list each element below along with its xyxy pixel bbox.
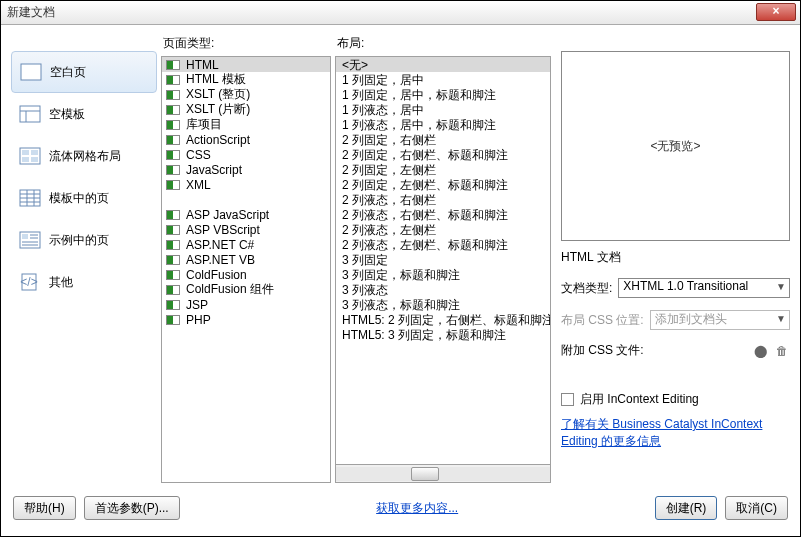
page-type-label: ASP.NET C# [186,238,254,252]
layout-item[interactable]: 1 列固定，居中，标题和脚注 [336,87,550,102]
layout-header: 布局: [335,33,551,56]
file-icon [166,315,180,325]
preview-placeholder: <无预览> [650,138,700,155]
file-icon [166,60,180,70]
page-type-item[interactable]: 库项目 [162,117,330,132]
page-type-header: 页面类型: [161,33,331,56]
page-type-item[interactable]: ASP JavaScript [162,207,330,222]
layout-item[interactable]: HTML5: 2 列固定，右侧栏、标题和脚注 [336,312,550,327]
doctype-label: 文档类型: [561,280,612,297]
trash-icon[interactable]: 🗑 [774,343,790,359]
page-type-item[interactable]: HTML 模板 [162,72,330,87]
category-item[interactable]: 模板中的页 [11,177,157,219]
more-content-link[interactable]: 获取更多内容... [376,500,458,517]
category-icon [19,147,41,165]
page-type-item[interactable]: JavaScript [162,162,330,177]
layout-list[interactable]: <无>1 列固定，居中1 列固定，居中，标题和脚注1 列液态，居中1 列液态，居… [335,56,551,465]
layout-item[interactable]: 2 列固定，左侧栏、标题和脚注 [336,177,550,192]
page-type-column: 页面类型: HTMLHTML 模板XSLT (整页)XSLT (片断)库项目Ac… [161,33,331,483]
incontext-link[interactable]: 了解有关 Business Catalyst InContext Editing… [561,416,790,450]
page-type-label: 库项目 [186,116,222,133]
page-type-list[interactable]: HTMLHTML 模板XSLT (整页)XSLT (片断)库项目ActionSc… [161,56,331,483]
page-type-item[interactable]: ASP VBScript [162,222,330,237]
page-type-item[interactable]: XSLT (片断) [162,102,330,117]
attach-css-label: 附加 CSS 文件: [561,342,644,359]
layout-item[interactable]: 2 列固定，右侧栏、标题和脚注 [336,147,550,162]
file-icon [166,300,180,310]
page-type-item[interactable]: XSLT (整页) [162,87,330,102]
layout-item[interactable]: 2 列固定，左侧栏 [336,162,550,177]
page-type-item[interactable]: ColdFusion 组件 [162,282,330,297]
svg-rect-5 [22,150,29,155]
category-list: 空白页空模板流体网格布局模板中的页示例中的页</>其他 [11,51,157,303]
category-item[interactable]: 示例中的页 [11,219,157,261]
incontext-label: 启用 InContext Editing [580,391,699,408]
close-button[interactable]: × [756,3,796,21]
layout-item[interactable]: 2 列液态，左侧栏、标题和脚注 [336,237,550,252]
create-button[interactable]: 创建(R) [655,496,718,520]
page-type-item[interactable]: JSP [162,297,330,312]
footer: 帮助(H) 首选参数(P)... 获取更多内容... 创建(R) 取消(C) [1,487,800,529]
file-icon [166,105,180,115]
layout-item[interactable]: 1 列液态，居中，标题和脚注 [336,117,550,132]
file-icon [166,150,180,160]
file-icon [166,90,180,100]
layout-item[interactable]: HTML5: 3 列固定，标题和脚注 [336,327,550,342]
page-type-item[interactable]: ASP.NET C# [162,237,330,252]
prefs-button[interactable]: 首选参数(P)... [84,496,180,520]
file-icon [166,285,180,295]
page-type-label: PHP [186,313,211,327]
category-label: 其他 [49,274,73,291]
layout-item[interactable]: 1 列固定，居中 [336,72,550,87]
category-column: 空白页空模板流体网格布局模板中的页示例中的页</>其他 [11,33,157,483]
file-icon [166,135,180,145]
layout-item[interactable]: <无> [336,57,550,72]
page-type-item[interactable]: CSS [162,147,330,162]
layout-item[interactable]: 2 列液态，右侧栏、标题和脚注 [336,207,550,222]
page-type-item[interactable]: HTML [162,57,330,72]
page-type-item[interactable]: ColdFusion [162,267,330,282]
layout-item[interactable]: 2 列液态，右侧栏 [336,192,550,207]
page-type-label: JavaScript [186,163,242,177]
category-item[interactable]: </>其他 [11,261,157,303]
layout-item[interactable]: 1 列液态，居中 [336,102,550,117]
file-icon [166,210,180,220]
incontext-checkbox[interactable] [561,393,574,406]
layout-item[interactable]: 3 列固定，标题和脚注 [336,267,550,282]
doctype-select[interactable]: XHTML 1.0 Transitional [618,278,790,298]
page-type-label: ASP.NET VB [186,253,255,267]
category-label: 模板中的页 [49,190,109,207]
layout-item[interactable]: 3 列固定 [336,252,550,267]
layout-item[interactable]: 3 列液态 [336,282,550,297]
category-icon [19,231,41,249]
link-icon[interactable]: ⬤ [752,343,768,359]
page-type-item[interactable]: ActionScript [162,132,330,147]
right-panel: <无预览> HTML 文档 文档类型: XHTML 1.0 Transition… [555,33,790,483]
css-pos-label: 布局 CSS 位置: [561,312,644,329]
layout-item[interactable]: 3 列液态，标题和脚注 [336,297,550,312]
category-label: 流体网格布局 [49,148,121,165]
page-type-label: CSS [186,148,211,162]
doctype-row: 文档类型: XHTML 1.0 Transitional [561,278,790,298]
page-type-label: JSP [186,298,208,312]
category-item[interactable]: 流体网格布局 [11,135,157,177]
layout-hscrollbar[interactable] [335,465,551,483]
page-type-item[interactable]: XML [162,177,330,192]
page-type-item[interactable]: ASP.NET VB [162,252,330,267]
layout-item[interactable]: 2 列液态，左侧栏 [336,222,550,237]
category-item[interactable]: 空白页 [11,51,157,93]
category-item[interactable]: 空模板 [11,93,157,135]
css-pos-row: 布局 CSS 位置: 添加到文档头 [561,310,790,330]
svg-rect-6 [31,150,38,155]
layout-column: 布局: <无>1 列固定，居中1 列固定，居中，标题和脚注1 列液态，居中1 列… [335,33,551,483]
titlebar: 新建文档 × [1,1,800,25]
cancel-button[interactable]: 取消(C) [725,496,788,520]
incontext-row: 启用 InContext Editing [561,391,790,408]
help-button[interactable]: 帮助(H) [13,496,76,520]
file-icon [166,225,180,235]
page-type-item[interactable]: PHP [162,312,330,327]
file-icon [166,270,180,280]
file-icon [166,120,180,130]
layout-item[interactable]: 2 列固定，右侧栏 [336,132,550,147]
preview-label: HTML 文档 [561,249,790,266]
